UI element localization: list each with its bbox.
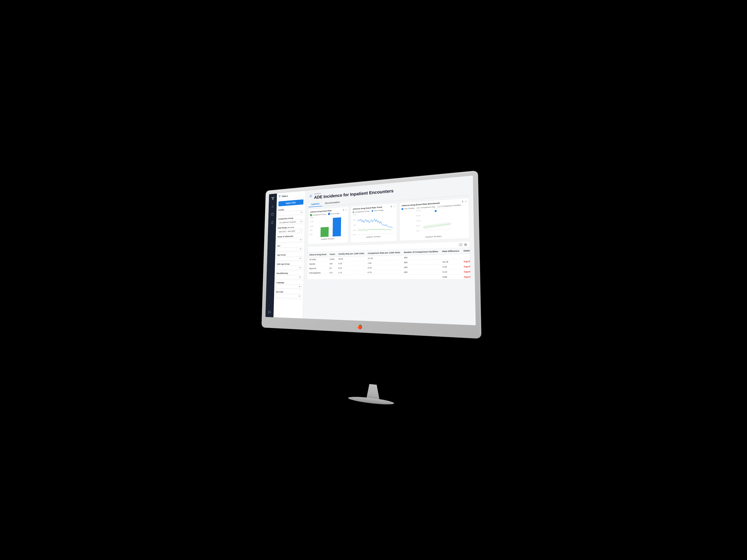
trend-chart-actions: ⬇ ⤢ — [390, 205, 395, 208]
filter-icon — [279, 195, 281, 198]
cell-comparison-rate: 0.73 — [366, 270, 402, 275]
date-range-label: Date Range (Monthly) — [278, 225, 303, 229]
col-comparison-rate: Comparison Rate per 1,000 Visits — [366, 249, 402, 256]
svg-rect-19 — [333, 217, 341, 236]
cell-num-facilities: 450 — [402, 254, 440, 260]
race-select[interactable] — [276, 275, 302, 279]
svg-line-42 — [423, 218, 451, 220]
cell-num-facilities — [402, 274, 440, 279]
facility-select[interactable] — [278, 210, 303, 216]
cell-significance — [461, 253, 471, 259]
monitor-wrapper: Filters Apply Filter Facility Comparison… — [249, 178, 498, 382]
svg-line-40 — [423, 208, 451, 210]
svg-line-24 — [353, 233, 395, 235]
trend-expand-icon[interactable]: ⤢ — [393, 205, 395, 208]
cms-age-label: CMS Age Group — [277, 263, 302, 265]
age-group-select[interactable] — [277, 256, 302, 261]
cell-cases: 172 — [328, 270, 337, 275]
filter-title: Filters — [282, 194, 288, 197]
legend-facility-label: Your Facility — [331, 212, 339, 215]
sidebar-icon-chart[interactable] — [271, 204, 275, 209]
sidebar-icon-upload[interactable] — [270, 220, 275, 225]
svg-text:55.00: 55.00 — [416, 225, 420, 226]
cell-facility-rate — [336, 275, 366, 279]
sidebar-icon-filter[interactable] — [271, 196, 275, 201]
svg-marker-45 — [423, 222, 451, 229]
tab-documentation[interactable]: Documentation — [322, 199, 343, 206]
benchmark-legend-avg: Comparison Avg — [416, 206, 435, 209]
apply-filter-button[interactable]: Apply Filter — [278, 199, 304, 206]
cell-event: Opioids — [307, 261, 328, 266]
cell-cases — [328, 275, 336, 279]
benchmark-download-icon[interactable]: ⬇ — [462, 200, 464, 203]
bar-chart-title: Adverse Drug Event Rate — [310, 210, 332, 213]
sex-select[interactable] — [277, 247, 303, 252]
bar-chart-svg — [315, 214, 347, 237]
y-label-36: 36.00 — [310, 217, 313, 218]
cell-rate-diff: 16.19 — [440, 259, 462, 264]
cell-comparison-rate: 0.10 — [366, 265, 402, 270]
svg-text:110.00: 110.00 — [416, 220, 421, 221]
filter-section-language: Language — [274, 280, 304, 290]
zipcode-select[interactable] — [276, 293, 302, 298]
cell-rate-diff: 0.13 — [440, 269, 462, 274]
svg-text:220.00: 220.00 — [416, 210, 420, 212]
trend-legend-comparison: Comparison Group — [353, 210, 369, 213]
language-label: Language — [276, 282, 302, 284]
screen: Filters Apply Filter Facility Comparison… — [265, 175, 475, 325]
date-range-value: Dec 2017 – Nov 2022 — [279, 230, 295, 233]
benchmark-legend-facilities: Comparison Facilities — [437, 204, 461, 208]
cell-event — [307, 275, 328, 279]
filter-section-race: Race/Ethnicity — [275, 271, 304, 281]
cms-age-select[interactable] — [277, 266, 302, 270]
col-rate-diff: Rate Difference — [440, 248, 461, 254]
trend-legend-comparison-label: Comparison Group — [355, 210, 369, 213]
cell-comparison-rate: 17.44 — [366, 255, 402, 261]
benchmark-chart-svg: 220.00 165.00 110.00 55.00 0.00 — [402, 207, 467, 236]
cell-significance: Significant — [461, 258, 470, 264]
cell-facility-rate: 32.64 — [337, 256, 366, 261]
col-num-facilities: Number of Comparison Facilities — [402, 248, 440, 255]
cell-cases: 415 — [328, 261, 337, 266]
filter-section-zipcode: Zip Code — [274, 289, 303, 299]
cell-rate-diff — [440, 254, 462, 259]
cell-comparison-rate — [366, 274, 402, 279]
legend-facility-color — [328, 213, 330, 215]
benchmark-expand-icon[interactable]: ⤢ — [465, 200, 467, 203]
cell-cases: 3,264 — [328, 257, 337, 261]
language-select[interactable] — [276, 285, 302, 289]
route-select[interactable] — [277, 238, 303, 243]
filter-panel: Filters Apply Filter Facility Comparison… — [274, 191, 306, 318]
date-range-clear[interactable]: × — [300, 230, 302, 232]
filter-header: Filters — [277, 191, 306, 200]
svg-line-22 — [353, 222, 395, 225]
benchmark-legend-avg-label: Comparison Avg — [420, 206, 435, 209]
sidebar-icon-logout[interactable] — [267, 310, 272, 315]
date-range-display[interactable]: Dec 2017 – Nov 2022 × — [278, 229, 303, 234]
filter-section-comparison: Comparison Group All California Hospital… — [276, 215, 305, 226]
comparison-group-select[interactable]: All California Hospitals — [278, 219, 303, 225]
sidebar-icon-info[interactable] — [270, 212, 275, 217]
zipcode-label: Zip Code — [276, 291, 302, 293]
filter-section-age: Age Group — [275, 252, 304, 262]
bar-chart-actions: ⬇ ⤢ — [343, 208, 347, 211]
svg-point-47 — [435, 210, 437, 212]
table-grid-icon[interactable]: ▦ — [464, 243, 467, 246]
apple-logo: 🍎 — [357, 324, 362, 329]
cell-significance: Significant — [462, 263, 471, 269]
trend-legend-facility-color — [371, 210, 373, 212]
svg-text:0.00: 0.00 — [416, 230, 419, 232]
download-icon[interactable]: ⬇ — [343, 209, 344, 211]
bar-chart-area: 0.00 9.00 18.00 27.00 36.00 — [310, 214, 347, 238]
cell-num-facilities: 450 — [402, 269, 440, 274]
benchmark-legend-avg-color — [416, 208, 420, 208]
y-label-18: 18.00 — [310, 225, 313, 227]
expand-icon[interactable]: ⤢ — [345, 208, 347, 211]
monitor-bezel: Filters Apply Filter Facility Comparison… — [262, 171, 481, 338]
table-export-icon[interactable]: ⬜ — [459, 243, 463, 246]
tab-inpatient[interactable]: Inpatient — [309, 201, 323, 207]
trend-download-icon[interactable]: ⬇ — [390, 205, 392, 208]
legend-your-facility: Your Facility — [328, 212, 339, 215]
benchmark-legend-facilities-color — [438, 205, 441, 207]
svg-rect-18 — [320, 227, 329, 237]
